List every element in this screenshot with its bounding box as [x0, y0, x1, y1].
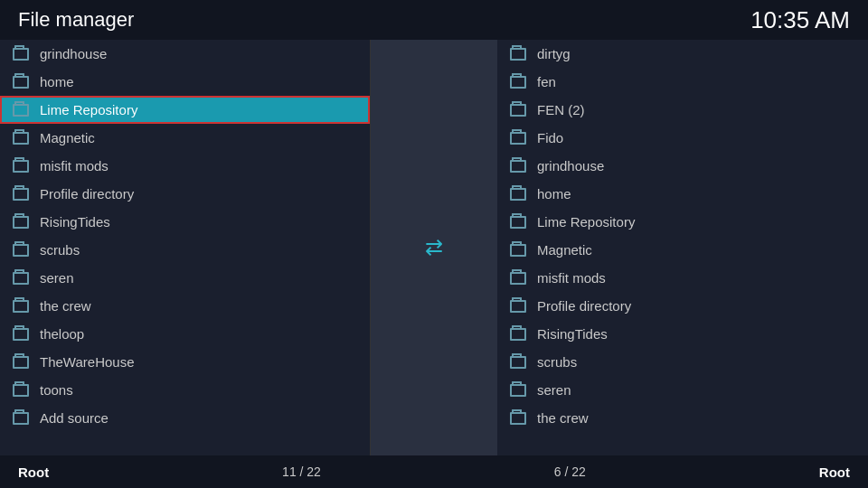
right-list-item[interactable]: Profile directory — [497, 292, 868, 320]
item-label: the crew — [40, 298, 91, 314]
folder-icon — [13, 216, 29, 229]
folder-icon — [510, 48, 526, 61]
folder-icon — [13, 132, 29, 145]
header: File manager 10:35 AM — [0, 0, 868, 40]
left-count: 11 / 22 — [282, 465, 321, 479]
left-list-item[interactable]: home — [0, 68, 370, 96]
item-label: dirtyg — [537, 46, 571, 61]
folder-icon — [510, 328, 526, 341]
folder-icon — [510, 412, 526, 425]
footer: Root 11 / 22 6 / 22 Root — [0, 455, 868, 488]
right-list-item[interactable]: the crew — [497, 404, 868, 432]
folder-icon — [13, 76, 29, 89]
folder-icon — [510, 244, 526, 257]
item-label: TheWareHouse — [40, 354, 135, 370]
left-list-item[interactable]: seren — [0, 264, 370, 292]
item-label: FEN (2) — [537, 102, 585, 117]
right-count: 6 / 22 — [554, 465, 586, 479]
left-list-item[interactable]: Profile directory — [0, 180, 370, 208]
folder-icon — [13, 356, 29, 369]
left-list-item[interactable]: theloop — [0, 320, 370, 348]
left-panel: grindhousehomeLime RepositoryMagneticmis… — [0, 40, 371, 455]
right-list-item[interactable]: RisingTides — [497, 320, 868, 348]
folder-icon — [510, 104, 526, 117]
item-label: misfit mods — [40, 158, 108, 174]
item-label: Magnetic — [40, 130, 95, 145]
item-label: seren — [537, 382, 571, 398]
right-list-item[interactable]: dirtyg — [497, 40, 868, 68]
center-divider: ⇄ — [371, 40, 497, 455]
item-label: misfit mods — [537, 270, 606, 286]
folder-icon — [13, 104, 29, 117]
folder-icon — [13, 272, 29, 285]
right-list-item[interactable]: Fido — [497, 124, 868, 152]
left-list-item[interactable]: scrubs — [0, 236, 370, 264]
left-list-item[interactable]: Lime Repository — [0, 96, 370, 124]
folder-icon — [13, 412, 29, 425]
item-label: Fido — [537, 130, 563, 145]
folder-icon — [13, 328, 29, 341]
item-label: theloop — [40, 326, 84, 342]
left-list-item[interactable]: TheWareHouse — [0, 348, 370, 376]
item-label: grindhouse — [40, 46, 107, 61]
item-label: Add source — [40, 410, 108, 426]
item-label: scrubs — [537, 354, 577, 370]
item-label: RisingTides — [40, 214, 110, 230]
item-label: Magnetic — [537, 242, 592, 258]
right-list-item[interactable]: seren — [497, 376, 868, 404]
item-label: home — [537, 186, 571, 202]
item-label: grindhouse — [537, 158, 604, 174]
right-list-item[interactable]: home — [497, 180, 868, 208]
left-list-item[interactable]: grindhouse — [0, 40, 370, 68]
folder-icon — [510, 132, 526, 145]
right-list-item[interactable]: grindhouse — [497, 152, 868, 180]
right-list-item[interactable]: Lime Repository — [497, 208, 868, 236]
left-list-item[interactable]: Add source — [0, 404, 370, 432]
item-label: toons — [40, 382, 73, 398]
main-content: grindhousehomeLime RepositoryMagneticmis… — [0, 40, 868, 455]
left-list-item[interactable]: toons — [0, 376, 370, 404]
item-label: scrubs — [40, 242, 80, 258]
folder-icon — [13, 48, 29, 61]
folder-icon — [510, 272, 526, 285]
folder-icon — [510, 356, 526, 369]
item-label: Lime Repository — [40, 102, 137, 117]
item-label: fen — [537, 74, 556, 89]
item-label: seren — [40, 270, 74, 286]
clock: 10:35 AM — [750, 6, 850, 34]
folder-icon — [510, 216, 526, 229]
item-label: Lime Repository — [537, 214, 635, 230]
folder-icon — [510, 188, 526, 201]
folder-icon — [510, 76, 526, 89]
item-label: Profile directory — [40, 186, 134, 202]
left-list-item[interactable]: Magnetic — [0, 124, 370, 152]
right-panel: dirtygfenFEN (2)FidogrindhousehomeLime R… — [497, 40, 868, 455]
folder-icon — [510, 160, 526, 173]
right-list-item[interactable]: misfit mods — [497, 264, 868, 292]
folder-icon — [13, 244, 29, 257]
left-list-item[interactable]: misfit mods — [0, 152, 370, 180]
folder-icon — [510, 300, 526, 313]
item-label: the crew — [537, 410, 589, 426]
right-list-item[interactable]: scrubs — [497, 348, 868, 376]
right-list-item[interactable]: Magnetic — [497, 236, 868, 264]
item-label: Profile directory — [537, 298, 631, 314]
left-root-label: Root — [18, 465, 49, 480]
folder-icon — [13, 188, 29, 201]
folder-icon — [510, 384, 526, 397]
swap-arrow-icon: ⇄ — [425, 235, 443, 260]
folder-icon — [13, 300, 29, 313]
right-list-item[interactable]: FEN (2) — [497, 96, 868, 124]
item-label: RisingTides — [537, 326, 608, 342]
folder-icon — [13, 160, 29, 173]
right-root-label: Root — [819, 465, 850, 480]
left-list-item[interactable]: the crew — [0, 292, 370, 320]
app-title: File manager — [18, 8, 134, 32]
left-list-item[interactable]: RisingTides — [0, 208, 370, 236]
item-label: home — [40, 74, 74, 89]
folder-icon — [13, 384, 29, 397]
right-list-item[interactable]: fen — [497, 68, 868, 96]
